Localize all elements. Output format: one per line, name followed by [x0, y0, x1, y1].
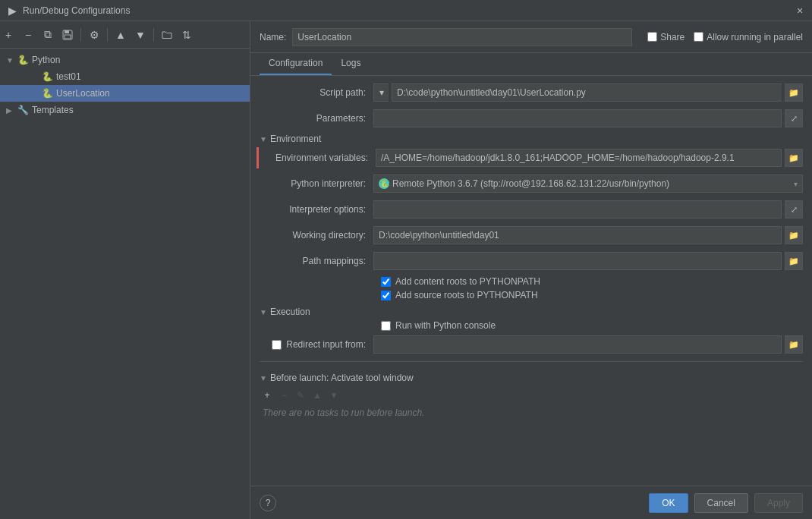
python-interp-dropdown[interactable]: 🐍 Remote Python 3.6.7 (sftp://root@192.1…: [373, 175, 803, 193]
name-input[interactable]: [292, 28, 632, 46]
interp-options-wrap: ⤢: [373, 200, 803, 219]
svg-rect-2: [65, 35, 71, 39]
parameters-input[interactable]: [373, 109, 782, 127]
left-panel: + − ⧉ ⚙ ▲ ▼ ⇅: [0, 21, 250, 519]
working-dir-label: Working directory:: [260, 230, 373, 241]
title-bar: ▶ Run/Debug Configurations ×: [0, 0, 812, 21]
help-button[interactable]: ?: [260, 495, 276, 511]
run-python-console-label: Run with Python console: [395, 320, 496, 331]
redirect-input-field[interactable]: [373, 335, 782, 354]
script-path-browse-button[interactable]: 📁: [785, 83, 803, 102]
settings-button[interactable]: ⚙: [86, 27, 102, 43]
script-path-wrap: ▾ 📁: [373, 83, 803, 102]
before-launch-edit-button[interactable]: ✎: [293, 388, 308, 403]
parameters-label: Parameters:: [260, 113, 373, 124]
run-python-console-checkbox[interactable]: [381, 321, 391, 331]
name-label: Name:: [260, 32, 286, 42]
interp-text: Remote Python 3.6.7 (sftp://root@192.168…: [392, 178, 669, 189]
path-mappings-input[interactable]: [373, 252, 782, 270]
apply-button[interactable]: Apply: [754, 493, 803, 513]
path-mappings-wrap: 📁: [373, 252, 803, 270]
before-launch-toolbar: + − ✎ ▲ ▼: [260, 388, 803, 403]
working-dir-input[interactable]: [373, 226, 782, 244]
name-row: Name: Share Allow running in parallel: [250, 21, 812, 53]
tree-item-templates[interactable]: ▶ 🔧 Templates: [0, 102, 250, 118]
tree-item-python[interactable]: ▼ 🐍 Python: [0, 52, 250, 68]
app-icon: ▶: [6, 5, 18, 17]
interp-options-row: Interpreter options: ⤢: [260, 199, 803, 220]
add-content-roots-row: Add content roots to PYTHONPATH: [381, 276, 803, 287]
before-launch-up-button[interactable]: ▲: [310, 388, 325, 403]
script-path-label: Script path:: [260, 87, 373, 98]
allow-parallel-label: Allow running in parallel: [707, 32, 803, 42]
interp-options-input[interactable]: [373, 200, 782, 219]
config-tree[interactable]: ▼ 🐍 Python 🐍 test01 🐍 UserLocation ▶ 🔧 T…: [0, 49, 250, 519]
allow-parallel-checkbox[interactable]: [694, 32, 703, 42]
env-vars-input[interactable]: [376, 149, 782, 167]
before-launch-down-button[interactable]: ▼: [326, 388, 341, 403]
cancel-button[interactable]: Cancel: [694, 493, 748, 513]
tab-logs[interactable]: Logs: [332, 54, 370, 75]
share-checkbox-group: Share: [647, 32, 685, 42]
bottom-bar: ? OK Cancel Apply: [250, 486, 812, 519]
env-vars-browse-button[interactable]: 📁: [785, 149, 803, 167]
parameters-expand-button[interactable]: ⤢: [785, 109, 803, 127]
before-launch-section: ▼ Before launch: Activate tool window + …: [260, 361, 803, 418]
before-launch-add-button[interactable]: +: [260, 388, 275, 403]
redirect-browse-button[interactable]: 📁: [785, 335, 803, 354]
before-launch-toggle[interactable]: ▼: [260, 374, 267, 382]
execution-toggle[interactable]: ▼: [260, 308, 267, 316]
copy-config-button[interactable]: ⧉: [39, 27, 56, 43]
add-source-roots-row: Add source roots to PYTHONPATH: [381, 290, 803, 300]
folder-button[interactable]: [159, 27, 175, 43]
add-source-roots-checkbox[interactable]: [381, 291, 391, 300]
before-launch-header: ▼ Before launch: Activate tool window: [260, 373, 803, 383]
script-type-dropdown[interactable]: ▾: [373, 83, 389, 102]
share-checkbox[interactable]: [647, 32, 657, 42]
svg-rect-1: [65, 30, 69, 33]
path-mappings-browse-button[interactable]: 📁: [785, 252, 803, 270]
save-config-button[interactable]: [59, 27, 76, 43]
before-launch-remove-button[interactable]: −: [276, 388, 291, 403]
ok-button[interactable]: OK: [649, 493, 688, 513]
tree-label-test01: test01: [56, 71, 81, 82]
move-down-button[interactable]: ▼: [132, 27, 149, 43]
execution-section-header: ▼ Execution: [260, 307, 803, 317]
interp-options-expand-button[interactable]: ⤢: [785, 200, 803, 219]
tree-item-userlocation[interactable]: 🐍 UserLocation: [0, 85, 250, 102]
before-launch-empty-text: There are no tasks to run before launch.: [263, 407, 803, 418]
separator3: [153, 28, 154, 42]
env-vars-row: Environment variables: 📁: [257, 147, 803, 168]
window-title: Run/Debug Configurations: [23, 5, 794, 16]
separator2: [107, 28, 108, 42]
allow-parallel-checkbox-group: Allow running in parallel: [694, 32, 803, 42]
redirect-input-wrap: 📁: [373, 335, 803, 354]
redirect-input-checkbox[interactable]: [272, 340, 282, 350]
tree-item-test01[interactable]: 🐍 test01: [0, 68, 250, 85]
run-python-console-row: Run with Python console: [381, 320, 803, 331]
sort-button[interactable]: ⇅: [178, 27, 195, 43]
python-interp-icon: 🐍: [379, 178, 389, 189]
redirect-input-text: Redirect input from:: [286, 339, 366, 350]
env-vars-wrap: 📁: [376, 149, 803, 167]
config-content: Script path: ▾ 📁 Parameters: ⤢ ▼ Environ…: [250, 76, 812, 486]
before-launch-title: Before launch: Activate tool window: [270, 373, 414, 383]
environment-toggle[interactable]: ▼: [260, 135, 267, 143]
parameters-wrap: ⤢: [373, 109, 803, 127]
remove-config-button[interactable]: −: [20, 27, 36, 43]
add-content-roots-checkbox[interactable]: [381, 277, 391, 287]
close-button[interactable]: ×: [794, 5, 806, 17]
interp-dropdown-arrow: ▾: [794, 180, 798, 188]
tabs-row: Configuration Logs: [250, 53, 812, 76]
tab-configuration[interactable]: Configuration: [260, 54, 332, 75]
path-mappings-label: Path mappings:: [260, 256, 373, 266]
arrow-icon: ▶: [6, 106, 14, 115]
working-dir-browse-button[interactable]: 📁: [785, 226, 803, 244]
add-config-button[interactable]: +: [0, 27, 17, 43]
move-up-button[interactable]: ▲: [112, 27, 129, 43]
script-path-input[interactable]: [392, 83, 782, 102]
templates-icon: 🔧: [17, 104, 29, 116]
environment-title: Environment: [270, 134, 321, 144]
tree-label-userlocation: UserLocation: [56, 88, 110, 99]
environment-section-header: ▼ Environment: [260, 134, 803, 144]
